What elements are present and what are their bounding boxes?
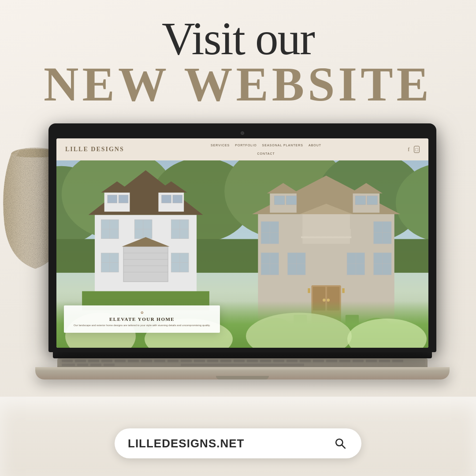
- nav-row-1: SERVICES PORTFOLIO SEASONAL PLANTERS ABO…: [211, 144, 321, 147]
- svg-rect-86: [342, 288, 344, 293]
- svg-rect-121: [326, 360, 337, 362]
- svg-point-99: [347, 318, 427, 347]
- svg-rect-59: [338, 229, 339, 237]
- svg-rect-126: [392, 360, 403, 362]
- url-bar-wrapper: LILLEDESIGNS.NET: [115, 428, 361, 458]
- svg-rect-128: [77, 364, 88, 366]
- laptop-base: [35, 367, 450, 379]
- svg-rect-110: [181, 360, 192, 362]
- svg-rect-124: [366, 360, 377, 362]
- svg-rect-48: [355, 196, 366, 205]
- svg-rect-102: [75, 360, 86, 362]
- svg-rect-104: [101, 360, 112, 362]
- svg-rect-58: [332, 229, 333, 237]
- hero-card-text: Our landscape and exterior home designs …: [70, 324, 214, 327]
- facebook-icon: f: [408, 146, 409, 153]
- website-social: f □: [408, 146, 420, 153]
- svg-rect-85: [308, 288, 310, 293]
- svg-rect-17: [173, 195, 182, 203]
- nav-about: ABOUT: [309, 144, 321, 147]
- url-text: LILLEDESIGNS.NET: [128, 437, 244, 450]
- svg-rect-12: [108, 195, 117, 203]
- title-area: Visit our NEW WEBSITE: [0, 13, 476, 108]
- svg-rect-122: [339, 360, 350, 362]
- svg-rect-52: [301, 237, 351, 238]
- svg-rect-112: [207, 360, 218, 362]
- svg-rect-111: [194, 360, 205, 362]
- laptop-hinge: [53, 352, 432, 358]
- svg-rect-118: [286, 360, 298, 362]
- svg-rect-117: [273, 360, 284, 362]
- hero-card-title: ELEVATE YOUR HOME: [70, 316, 214, 322]
- svg-rect-61: [350, 229, 351, 237]
- website-nav-links: SERVICES PORTFOLIO SEASONAL PLANTERS ABO…: [211, 144, 321, 155]
- svg-rect-13: [119, 195, 128, 203]
- svg-rect-127: [62, 364, 75, 366]
- laptop-mockup: LILLE DESIGNS SERVICES PORTFOLIO SEASONA…: [48, 123, 436, 379]
- laptop: LILLE DESIGNS SERVICES PORTFOLIO SEASONA…: [48, 123, 436, 379]
- svg-rect-108: [154, 360, 165, 362]
- svg-rect-116: [260, 360, 271, 362]
- hero-card: ✿ ELEVATE YOUR HOME Our landscape and ex…: [64, 305, 220, 332]
- svg-marker-47: [350, 183, 383, 194]
- hero-card-decoration: ✿: [70, 311, 214, 315]
- nav-contact: CONTACT: [257, 152, 275, 155]
- svg-line-133: [342, 445, 345, 448]
- svg-rect-105: [115, 360, 126, 362]
- website-hero: ✿ ELEVATE YOUR HOME Our landscape and ex…: [56, 160, 428, 348]
- website-nav: LILLE DESIGNS SERVICES PORTFOLIO SEASONA…: [56, 138, 428, 160]
- svg-rect-123: [353, 360, 364, 362]
- keyboard-area: [57, 358, 428, 367]
- svg-rect-120: [313, 360, 324, 362]
- svg-rect-55: [314, 229, 316, 237]
- svg-rect-114: [234, 360, 245, 362]
- nav-row-2: CONTACT: [257, 152, 275, 155]
- svg-rect-54: [309, 229, 310, 237]
- svg-rect-16: [162, 195, 171, 203]
- svg-rect-103: [88, 360, 99, 362]
- svg-rect-131: [181, 364, 304, 366]
- nav-services: SERVICES: [211, 144, 230, 147]
- nav-portfolio: PORTFOLIO: [235, 144, 257, 147]
- svg-rect-125: [379, 360, 390, 362]
- instagram-icon: □: [414, 146, 420, 153]
- svg-rect-109: [167, 360, 178, 362]
- search-icon[interactable]: [332, 435, 348, 451]
- svg-rect-115: [247, 360, 258, 362]
- laptop-screen: LILLE DESIGNS SERVICES PORTFOLIO SEASONA…: [56, 138, 428, 348]
- svg-rect-53: [302, 229, 304, 237]
- svg-rect-113: [220, 360, 231, 362]
- serif-title: NEW WEBSITE: [0, 60, 476, 108]
- laptop-camera: [241, 131, 244, 135]
- svg-rect-33: [123, 246, 168, 281]
- svg-point-98: [246, 312, 352, 348]
- svg-rect-130: [104, 364, 115, 366]
- svg-rect-57: [326, 229, 327, 237]
- house-left: [56, 160, 235, 310]
- nav-seasonal: SEASONAL PLANTERS: [262, 144, 303, 147]
- svg-rect-56: [320, 229, 321, 237]
- svg-rect-45: [286, 196, 297, 205]
- url-bar[interactable]: LILLEDESIGNS.NET: [115, 428, 361, 458]
- svg-rect-101: [62, 360, 73, 362]
- svg-rect-107: [141, 360, 152, 362]
- svg-rect-106: [128, 360, 139, 362]
- svg-marker-43: [267, 183, 299, 194]
- script-title: Visit our: [0, 13, 476, 64]
- svg-rect-44: [274, 196, 285, 205]
- svg-rect-119: [300, 360, 311, 362]
- svg-rect-129: [90, 364, 101, 366]
- website-logo: LILLE DESIGNS: [65, 146, 124, 153]
- laptop-screen-bezel: LILLE DESIGNS SERVICES PORTFOLIO SEASONA…: [48, 123, 436, 352]
- svg-rect-49: [367, 196, 378, 205]
- svg-rect-60: [344, 229, 345, 237]
